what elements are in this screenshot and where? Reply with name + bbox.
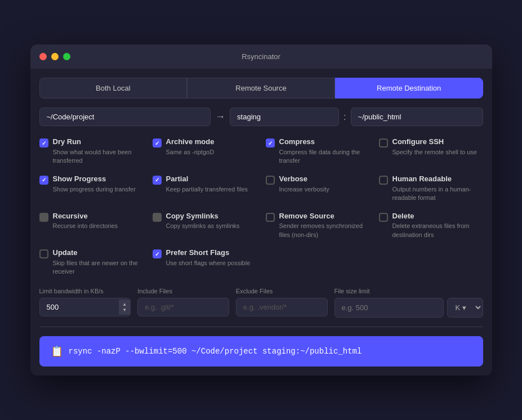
option-desc-update: Skip files that are newer on the receive…: [53, 259, 144, 276]
checkbox-delete[interactable]: [379, 213, 388, 222]
checkbox-show-progress[interactable]: [39, 176, 48, 185]
include-files-label: Include Files: [137, 288, 229, 294]
minimize-button[interactable]: [51, 53, 59, 60]
option-item-update: Update Skip files that are newer on the …: [39, 248, 144, 276]
close-button[interactable]: [39, 53, 47, 60]
path-row: → :: [39, 108, 483, 126]
tab-remote-source[interactable]: Remote Source: [187, 78, 335, 99]
option-desc-delete: Delete extraneous files from destination…: [392, 222, 483, 239]
option-item-recursive: Recursive Recurse into directories: [39, 212, 144, 240]
option-item-archive-mode: Archive mode Same as -riptgoD: [153, 137, 257, 166]
checkbox-archive-mode[interactable]: [153, 138, 162, 148]
checkbox-remove-source[interactable]: [266, 213, 275, 222]
checkbox-human-readable[interactable]: [379, 176, 388, 185]
option-text-compress: Compress Compress file data during the t…: [279, 137, 370, 166]
option-desc-copy-symlinks: Copy symlinks as symlinks: [166, 222, 257, 230]
option-item-prefer-short-flags: Prefer Short Flags Use short flags where…: [153, 248, 257, 276]
option-label-verbose: Verbose: [279, 175, 370, 184]
option-text-delete: Delete Delete extraneous files from dest…: [392, 212, 483, 240]
option-desc-compress: Compress file data during the transfer: [279, 148, 370, 166]
option-label-recursive: Recursive: [53, 212, 144, 221]
option-label-compress: Compress: [279, 137, 370, 147]
option-text-verbose: Verbose Increase verbosity: [279, 175, 370, 194]
content-area: Both Local Remote Source Remote Destinat…: [30, 69, 492, 376]
option-label-archive-mode: Archive mode: [166, 137, 257, 147]
checkbox-update[interactable]: [39, 249, 48, 258]
maximize-button[interactable]: [63, 53, 70, 60]
checkbox-copy-symlinks[interactable]: [153, 213, 162, 222]
option-text-partial: Partial Keep partially transferred files: [166, 175, 257, 194]
command-text: rsync -nazP --bwlimit=500 ~/Code/project…: [69, 347, 362, 356]
bandwidth-stepper[interactable]: ▲ ▼: [39, 298, 131, 316]
exclude-files-label: Exclude Files: [236, 288, 328, 294]
filesize-input[interactable]: [334, 298, 444, 318]
option-desc-human-readable: Output numbers in a human-readable forma…: [392, 185, 483, 203]
include-files-input[interactable]: [137, 298, 229, 316]
stepper-buttons[interactable]: ▲ ▼: [119, 300, 130, 315]
option-label-delete: Delete: [392, 212, 483, 221]
option-desc-archive-mode: Same as -riptgoD: [166, 148, 257, 157]
option-text-prefer-short-flags: Prefer Short Flags Use short flags where…: [166, 248, 257, 267]
option-item-verbose: Verbose Increase verbosity: [266, 175, 370, 203]
checkbox-dry-run[interactable]: [39, 138, 48, 148]
options-grid: Dry Run Show what would have been transf…: [39, 137, 483, 276]
option-item-delete: Delete Delete extraneous files from dest…: [379, 212, 483, 240]
option-text-recursive: Recursive Recurse into directories: [53, 212, 144, 231]
tab-remote-destination[interactable]: Remote Destination: [335, 78, 483, 99]
destination-path-input[interactable]: [351, 108, 483, 126]
option-label-prefer-short-flags: Prefer Short Flags: [166, 248, 257, 258]
option-item-configure-ssh: Configure SSH Specify the remote shell t…: [379, 137, 483, 166]
clipboard-icon: 📋: [51, 345, 63, 358]
window-title: Rsyncinator: [242, 52, 280, 61]
option-text-show-progress: Show Progress Show progress during trans…: [53, 175, 144, 194]
title-bar: Rsyncinator: [30, 44, 492, 69]
source-path-input[interactable]: [39, 108, 211, 126]
checkbox-prefer-short-flags[interactable]: [153, 249, 162, 258]
arrow-icon: →: [215, 111, 225, 123]
option-item-remove-source: Remove Source Sender removes synchronize…: [266, 212, 370, 240]
option-text-dry-run: Dry Run Show what would have been transf…: [53, 137, 144, 166]
option-text-remove-source: Remove Source Sender removes synchronize…: [279, 212, 370, 240]
checkbox-verbose[interactable]: [266, 176, 275, 185]
option-item-partial: Partial Keep partially transferred files: [153, 175, 257, 203]
option-desc-recursive: Recurse into directories: [53, 222, 144, 230]
option-text-configure-ssh: Configure SSH Specify the remote shell t…: [392, 137, 483, 157]
main-window: Rsyncinator Both Local Remote Source Rem…: [30, 44, 492, 376]
option-label-dry-run: Dry Run: [53, 137, 144, 147]
option-text-human-readable: Human Readable Output numbers in a human…: [392, 175, 483, 203]
option-desc-configure-ssh: Specify the remote shell to use: [392, 148, 483, 157]
option-label-partial: Partial: [166, 175, 257, 184]
checkbox-configure-ssh[interactable]: [379, 138, 388, 148]
option-desc-prefer-short-flags: Use short flags where possible: [166, 259, 257, 267]
option-text-update: Update Skip files that are newer on the …: [53, 248, 144, 276]
exclude-files-input[interactable]: [236, 298, 328, 316]
include-files-field: Include Files: [137, 288, 229, 318]
option-item-copy-symlinks: Copy Symlinks Copy symlinks as symlinks: [153, 212, 257, 240]
option-label-human-readable: Human Readable: [392, 175, 483, 184]
command-bar[interactable]: 📋 rsync -nazP --bwlimit=500 ~/Code/proje…: [39, 336, 483, 367]
option-label-remove-source: Remove Source: [279, 212, 370, 221]
tab-both-local[interactable]: Both Local: [39, 78, 188, 99]
option-label-copy-symlinks: Copy Symlinks: [166, 212, 257, 221]
filesize-unit-select[interactable]: K ▾ M ▾ G ▾: [447, 298, 483, 318]
exclude-files-field: Exclude Files: [236, 288, 328, 318]
colon-separator: :: [343, 112, 346, 122]
bandwidth-input[interactable]: [40, 298, 119, 316]
option-item-show-progress: Show Progress Show progress during trans…: [39, 175, 144, 203]
checkbox-partial[interactable]: [153, 176, 162, 185]
bottom-inputs: Limit bandwidth in KB/s ▲ ▼ Include File…: [39, 288, 483, 327]
bandwidth-field: Limit bandwidth in KB/s ▲ ▼: [39, 288, 131, 318]
option-desc-dry-run: Show what would have been transferred: [53, 148, 144, 166]
option-label-configure-ssh: Configure SSH: [392, 137, 483, 147]
traffic-lights: [39, 53, 70, 60]
tab-group: Both Local Remote Source Remote Destinat…: [39, 78, 483, 99]
option-label-show-progress: Show Progress: [53, 175, 144, 184]
checkbox-compress[interactable]: [266, 138, 275, 148]
option-item-dry-run: Dry Run Show what would have been transf…: [39, 137, 144, 166]
checkbox-recursive[interactable]: [39, 213, 48, 222]
option-item-compress: Compress Compress file data during the t…: [266, 137, 370, 166]
filesize-wrap: K ▾ M ▾ G ▾: [334, 298, 483, 318]
option-desc-show-progress: Show progress during transfer: [53, 185, 144, 194]
bandwidth-label: Limit bandwidth in KB/s: [39, 288, 131, 294]
host-input[interactable]: [230, 108, 339, 126]
